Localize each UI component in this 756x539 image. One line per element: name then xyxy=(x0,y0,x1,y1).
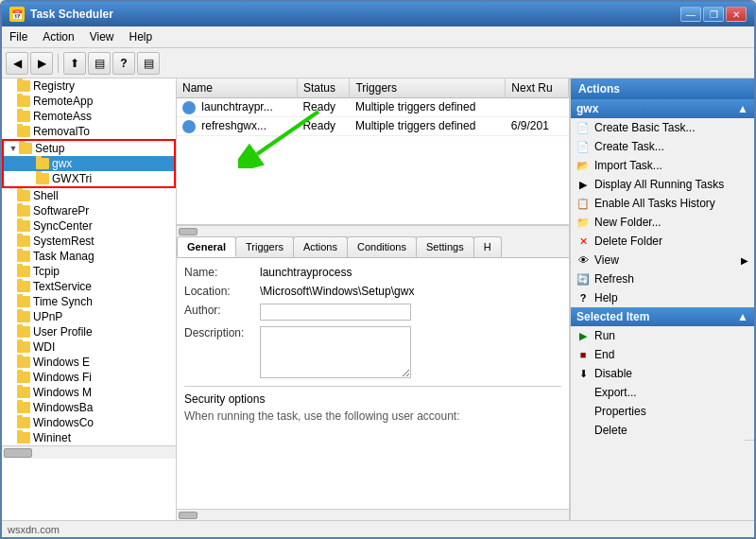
tab-settings[interactable]: Settings xyxy=(416,236,474,257)
folder-icon xyxy=(17,80,30,92)
tree-item-remoteapp[interactable]: RemoteApp xyxy=(2,94,176,109)
tree-item-tcpip[interactable]: Tcpip xyxy=(2,264,176,279)
menu-file[interactable]: File xyxy=(2,28,35,45)
tree-item-registry[interactable]: Registry xyxy=(2,78,176,94)
selected-item-collapse[interactable]: ▲ xyxy=(737,310,748,323)
folder-icon-open xyxy=(19,143,32,154)
restore-button[interactable]: ❐ xyxy=(703,7,724,22)
tree-item-setup[interactable]: ▼ Setup xyxy=(4,141,174,156)
location-label: Location: xyxy=(184,285,260,298)
create-task-icon: 📄 xyxy=(576,140,590,153)
tree-item-windowsba[interactable]: WindowsBa xyxy=(2,400,176,415)
tree-item-windowse[interactable]: Windows E xyxy=(2,355,176,370)
tree-item-windowsfi[interactable]: Windows Fi xyxy=(2,370,176,385)
action-disable[interactable]: ⬇ Disable xyxy=(571,364,754,383)
back-button[interactable]: ◀ xyxy=(6,52,28,75)
tree-item-windowsm[interactable]: Windows M xyxy=(2,385,176,400)
action-create-basic[interactable]: 📄 Create Basic Task... xyxy=(571,118,754,137)
action-view[interactable]: 👁 View ▶ xyxy=(571,251,754,270)
import-icon: 📂 xyxy=(576,159,590,172)
folder-icon xyxy=(17,311,30,322)
action-enable-history[interactable]: 📋 Enable All Tasks History xyxy=(571,194,754,213)
tab-actions[interactable]: Actions xyxy=(293,236,348,257)
tree-item-wdi[interactable]: WDI xyxy=(2,339,176,355)
menu-view[interactable]: View xyxy=(82,28,122,45)
task-list-hscrollbar[interactable] xyxy=(177,225,569,236)
action-run[interactable]: ▶ Run xyxy=(571,326,754,345)
folder-icon xyxy=(17,190,30,201)
left-panel-scrollbar[interactable] xyxy=(2,445,176,459)
tree-item-timesynch[interactable]: Time Synch xyxy=(2,294,176,309)
table-row[interactable]: launchtraypr... Ready Multiple triggers … xyxy=(177,98,569,117)
minimize-button[interactable]: — xyxy=(680,7,701,22)
tree-item-systemrest[interactable]: SystemRest xyxy=(2,234,176,249)
tree-item-gwx[interactable]: gwx xyxy=(4,156,174,171)
window-icon: 📅 xyxy=(9,7,25,22)
main-window: 📅 Task Scheduler — ❐ ✕ File Action View … xyxy=(0,0,756,539)
tree-item-taskmanag[interactable]: Task Manag xyxy=(2,249,176,264)
description-textarea[interactable] xyxy=(260,326,411,378)
gwx-collapse-icon[interactable]: ▲ xyxy=(737,102,748,115)
tree-item-removalto[interactable]: RemovalTo xyxy=(2,124,176,139)
col-header-name[interactable]: Name xyxy=(177,78,297,98)
action-display-running[interactable]: ▶ Display All Running Tasks xyxy=(571,175,754,194)
scrollbar-thumb-h[interactable] xyxy=(179,228,198,235)
tree-item-synccenter[interactable]: SyncCenter xyxy=(2,218,176,234)
action-create-task[interactable]: 📄 Create Task... xyxy=(571,137,754,156)
action-properties[interactable]: Properties xyxy=(571,402,754,421)
action-label-export: Export... xyxy=(594,386,637,399)
show-button[interactable]: ▤ xyxy=(88,52,111,75)
tree-item-wininet[interactable]: Wininet xyxy=(2,430,176,445)
menu-help[interactable]: Help xyxy=(122,28,161,45)
menu-action[interactable]: Action xyxy=(35,28,81,45)
tree-item-remoteass[interactable]: RemoteAss xyxy=(2,109,176,124)
up-button[interactable]: ⬆ xyxy=(63,52,86,75)
author-input[interactable] xyxy=(260,304,411,321)
action-import-task[interactable]: 📂 Import Task... xyxy=(571,156,754,175)
action-label-new-folder: New Folder... xyxy=(594,216,662,229)
title-bar: 📅 Task Scheduler — ❐ ✕ xyxy=(2,2,754,26)
action-help[interactable]: ? Help xyxy=(571,288,754,307)
tab-conditions[interactable]: Conditions xyxy=(347,236,417,257)
tree-item-upnp[interactable]: UPnP xyxy=(2,309,176,324)
disable-icon: ⬇ xyxy=(576,367,590,380)
action-end[interactable]: ■ End xyxy=(571,345,754,364)
tab-general[interactable]: General xyxy=(177,236,236,257)
table-row[interactable]: refreshgwx... Ready Multiple triggers de… xyxy=(177,116,569,135)
main-content: Registry RemoteApp RemoteAss RemovalTo xyxy=(2,78,754,520)
action-new-folder[interactable]: 📁 New Folder... xyxy=(571,213,754,232)
tree-item-gwxtri[interactable]: GWXTri xyxy=(4,171,174,186)
author-label: Author: xyxy=(184,304,260,317)
folder-icon xyxy=(17,235,30,247)
close-button[interactable]: ✕ xyxy=(726,7,747,22)
scrollbar-thumb[interactable] xyxy=(4,448,32,458)
right-panel-scrollbar[interactable] xyxy=(745,440,754,447)
location-value: \Microsoft\Windows\Setup\gwx xyxy=(260,285,561,298)
center-panel: Name Status Triggers Next Ru launchtrayp… xyxy=(177,78,570,520)
export-icon xyxy=(576,386,590,399)
forward-button[interactable]: ▶ xyxy=(30,52,53,75)
action-refresh[interactable]: 🔄 Refresh xyxy=(571,270,754,288)
col-header-triggers[interactable]: Triggers xyxy=(350,78,506,98)
action-delete-folder[interactable]: ✕ Delete Folder xyxy=(571,232,754,251)
tree-label-windowsco: WindowsCo xyxy=(33,416,94,429)
folder-icon xyxy=(17,126,30,137)
action-export[interactable]: Export... xyxy=(571,383,754,402)
help-toolbar-button[interactable]: ? xyxy=(112,52,135,75)
detail-location-row: Location: \Microsoft\Windows\Setup\gwx xyxy=(184,285,561,298)
folder-icon xyxy=(17,417,30,428)
detail-scrollbar-thumb[interactable] xyxy=(179,512,198,519)
tree-label-gwxtri: GWXTri xyxy=(52,172,92,185)
tab-triggers[interactable]: Triggers xyxy=(235,236,294,257)
tree-item-softwarepr[interactable]: SoftwarePr xyxy=(2,203,176,218)
detail-hscrollbar[interactable] xyxy=(177,509,569,520)
tree-item-shell[interactable]: Shell xyxy=(2,188,176,203)
tree-item-userprofile[interactable]: User Profile xyxy=(2,324,176,339)
tree-item-textservice[interactable]: TextService xyxy=(2,279,176,294)
col-header-status[interactable]: Status xyxy=(297,78,350,98)
tree-item-windowsco[interactable]: WindowsCo xyxy=(2,415,176,430)
col-header-nextrun[interactable]: Next Ru xyxy=(506,78,569,98)
action-delete[interactable]: Delete xyxy=(571,421,754,440)
tab-h[interactable]: H xyxy=(473,236,502,257)
view-button[interactable]: ▤ xyxy=(137,52,160,75)
